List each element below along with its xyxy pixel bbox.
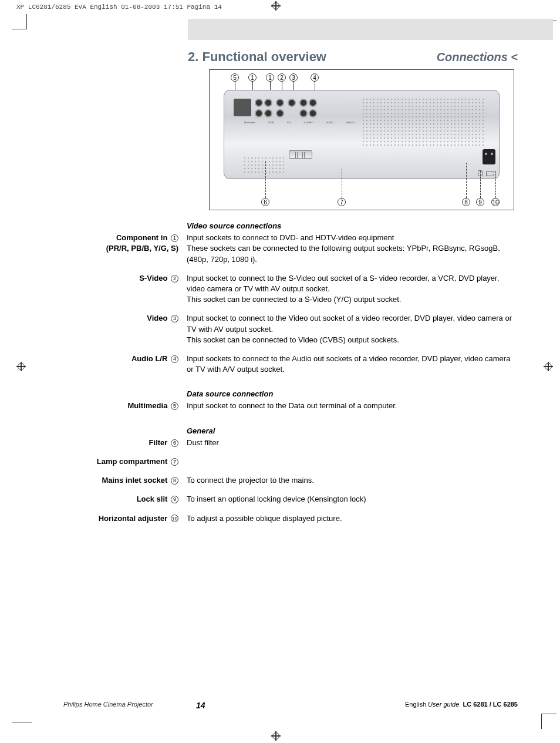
- print-header: XP LC6281/6285 EVA English 01-08-2003 17…: [16, 4, 222, 11]
- num-5: 5: [171, 402, 178, 410]
- leader-line: [265, 162, 266, 198]
- num-1: 1: [171, 234, 178, 242]
- num-9: 9: [171, 496, 178, 503]
- num-3: 3: [171, 315, 178, 322]
- leader-line: [342, 169, 342, 198]
- footer-left: Philips Home Cinema Projector: [63, 701, 153, 708]
- label-component-in-2: (PR/R, PB/B, Y/G, S): [106, 244, 178, 253]
- label-multimedia: Multimedia: [127, 401, 167, 410]
- num-10: 10: [171, 515, 178, 522]
- leader-line: [495, 171, 496, 198]
- callout-8: 8: [462, 198, 470, 206]
- desc-horizontal-adjuster: To adjust a possible oblique displayed p…: [187, 513, 518, 524]
- page-label: Connections <: [437, 51, 518, 64]
- desc-video: Input socket to connect to the Video out…: [187, 313, 518, 345]
- ventilation-grille-bottom: [243, 156, 285, 174]
- label-lock-slit: Lock slit: [137, 495, 168, 503]
- label-video: Video: [147, 314, 167, 322]
- multimedia-port: [234, 99, 251, 116]
- callout-2: 2: [278, 73, 286, 82]
- callout-4: 4: [311, 73, 319, 82]
- filter-slot: [289, 150, 312, 159]
- footer-model: LC 6281 / LC 6285: [463, 701, 518, 708]
- num-6: 6: [171, 439, 178, 447]
- callout-6: 6: [261, 198, 269, 206]
- desc-multimedia: Input socket to connect to the Data out …: [187, 401, 518, 411]
- section-title: Functional overview: [202, 49, 326, 64]
- section-title-general: General: [187, 426, 518, 436]
- port-label: Multimedia: [244, 121, 255, 124]
- label-svideo: S-Video: [139, 274, 167, 283]
- corner-mark-br: [541, 714, 556, 729]
- content-area: Video source connections Component in 1 …: [63, 221, 518, 532]
- crop-mark-right: [544, 362, 553, 371]
- label-horizontal-adjuster: Horizontal adjuster: [99, 514, 168, 523]
- label-component-in: Component in: [116, 233, 167, 242]
- callout-1a: 1: [248, 73, 257, 82]
- num-8: 8: [171, 477, 178, 485]
- corner-mark-tl: [12, 14, 27, 29]
- port-label: AUDIO L: [346, 121, 356, 124]
- section-heading: 2. Functional overview: [188, 49, 326, 65]
- crop-mark-left: [16, 362, 26, 371]
- label-filter: Filter: [149, 438, 168, 447]
- horizontal-adjuster: [486, 172, 494, 176]
- label-lamp-compartment: Lamp compartment: [97, 457, 168, 466]
- callout-10: 10: [491, 198, 500, 206]
- callout-3: 3: [289, 73, 298, 82]
- num-4: 4: [171, 355, 178, 363]
- mains-inlet: [483, 149, 495, 164]
- crop-mark-top: [271, 1, 281, 11]
- callout-9: 9: [476, 198, 484, 206]
- corner-mark-bl: [12, 722, 32, 722]
- label-audio-lr: Audio L/R: [131, 354, 167, 363]
- crop-mark-bottom: [271, 731, 281, 741]
- section-title-video-source: Video source connections: [187, 221, 518, 231]
- section-number: 2.: [188, 49, 198, 64]
- leader-line: [466, 163, 467, 198]
- ventilation-grille: [362, 98, 486, 146]
- page-number: 14: [196, 701, 205, 710]
- input-sockets: [231, 96, 356, 137]
- desc-lamp-compartment: [187, 456, 518, 467]
- port-label: S-VIDEO: [303, 121, 313, 124]
- desc-mains-inlet: To connect the projector to the mains.: [187, 475, 518, 486]
- desc-lock-slit: To insert an optional locking device (Ke…: [187, 494, 518, 505]
- port-label: Y/G: [287, 121, 291, 124]
- port-labels: Multimedia PR/R Y/G S-VIDEO VIDEO AUDIO …: [238, 121, 362, 124]
- desc-component-in: Input sockets to connect to DVD- and HDT…: [187, 233, 518, 265]
- leader-line: [480, 171, 481, 198]
- port-label: PR/R: [268, 121, 274, 124]
- desc-filter: Dust filter: [187, 438, 518, 448]
- callout-1b: 1: [266, 73, 274, 82]
- callout-7: 7: [338, 198, 346, 206]
- footer-user-guide: User guide: [428, 701, 459, 708]
- desc-audio-lr: Input sockets to connect to the Audio ou…: [187, 354, 518, 375]
- num-2: 2: [171, 275, 178, 283]
- rear-panel-diagram: 5 1 1 2 3 4 Multimedi: [209, 69, 514, 210]
- callout-5: 5: [231, 73, 239, 82]
- section-title-data-source: Data source connection: [187, 389, 518, 399]
- port-label: VIDEO: [326, 121, 333, 124]
- label-mains-inlet: Mains inlet socket: [102, 476, 167, 485]
- desc-svideo: Input socket to connect to the S-Video o…: [187, 273, 518, 305]
- num-7: 7: [171, 458, 178, 466]
- footer-lang: English: [405, 701, 426, 708]
- header-gray-band: [188, 19, 553, 40]
- page-footer: Philips Home Cinema Projector 14 English…: [63, 701, 518, 708]
